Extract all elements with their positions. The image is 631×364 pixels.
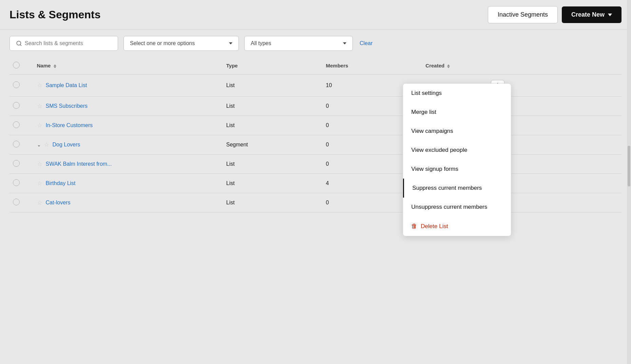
row-actions-cell: [592, 174, 622, 193]
row-name-link[interactable]: Dog Lovers: [53, 142, 80, 148]
row-type-cell: List: [223, 193, 323, 213]
chevron-down-icon: [229, 42, 232, 44]
chevron-down-icon: [343, 42, 346, 44]
header-members: Members: [323, 57, 422, 75]
star-icon[interactable]: ☆: [37, 82, 42, 89]
row-checkbox[interactable]: [13, 102, 20, 109]
table-row: ☆SMS SubscribersList0: [9, 97, 622, 116]
row-name-link[interactable]: SMS Subscribers: [46, 103, 88, 109]
inactive-segments-button[interactable]: Inactive Segments: [488, 6, 558, 23]
row-name-cell: ☆In-Store Customers: [34, 116, 223, 135]
row-name-cell: ⌄☆Dog Lovers: [34, 135, 223, 155]
context-menu-item-merge-list[interactable]: Merge list: [403, 103, 511, 122]
row-type-cell: List: [223, 174, 323, 193]
row-actions-cell: [592, 75, 622, 97]
row-type-cell: List: [223, 97, 323, 116]
row-actions-cell: [592, 155, 622, 174]
row-checkbox-cell: [9, 116, 34, 135]
select-options-dropdown[interactable]: Select one or more options: [123, 36, 239, 51]
table-row: ☆In-Store CustomersList0: [9, 116, 622, 135]
table-row: ☆Birthday ListList4: [9, 174, 622, 193]
row-checkbox-cell: [9, 135, 34, 155]
header-type: Type: [223, 57, 323, 75]
row-type-cell: List: [223, 155, 323, 174]
row-name-link[interactable]: Birthday List: [46, 180, 76, 186]
created-sort-icon[interactable]: [447, 64, 450, 68]
search-box[interactable]: [9, 36, 118, 51]
row-name-link[interactable]: Sample Data List: [46, 82, 87, 88]
row-checkbox-cell: [9, 193, 34, 213]
row-type-cell: Segment: [223, 135, 323, 155]
table-header-row: Name Type Members Created: [9, 57, 622, 75]
search-input[interactable]: [25, 40, 112, 46]
page-header: Lists & Segments Inactive Segments Creat…: [0, 0, 631, 29]
star-icon[interactable]: ☆: [37, 160, 42, 168]
select-all-checkbox[interactable]: [13, 62, 20, 68]
table-row: ☆Cat-loversList0: [9, 193, 622, 213]
lists-segments-table: Name Type Members Created ☆Sample Data L…: [9, 57, 622, 213]
header-checkbox-cell: [9, 57, 34, 75]
header-actions: Inactive Segments Create New: [488, 6, 622, 23]
star-icon[interactable]: ☆: [37, 102, 42, 110]
row-checkbox[interactable]: [13, 121, 20, 128]
row-name-link[interactable]: Cat-lovers: [46, 200, 71, 206]
row-name-link[interactable]: In-Store Customers: [46, 122, 93, 128]
header-name: Name: [34, 57, 223, 75]
row-name-cell: ☆Sample Data List: [34, 75, 223, 97]
context-menu-item-unsuppress-current[interactable]: Unsuppress current members: [403, 198, 511, 217]
header-actions-cell: [592, 57, 622, 75]
clear-filters-link[interactable]: Clear: [360, 40, 372, 46]
row-checkbox[interactable]: [13, 81, 20, 88]
context-menu-item-delete-list[interactable]: 🗑Delete List: [403, 217, 511, 236]
star-icon[interactable]: ☆: [44, 141, 49, 148]
row-type-cell: List: [223, 75, 323, 97]
table-row: ☆SWAK Balm Interest from...List0: [9, 155, 622, 174]
context-menu-item-list-settings[interactable]: List settings: [403, 84, 511, 103]
filter-bar: Select one or more options All types Cle…: [0, 30, 631, 57]
context-menu-item-view-excluded[interactable]: View excluded people: [403, 141, 511, 160]
all-types-dropdown[interactable]: All types: [244, 36, 353, 51]
table-row: ☆Sample Data ListList10Jun 16, 2022, 10:…: [9, 75, 622, 97]
table-row: ⌄☆Dog LoversSegment0: [9, 135, 622, 155]
row-actions-cell: [592, 135, 622, 155]
scrollbar-thumb[interactable]: [628, 146, 630, 186]
row-name-cell: ☆SMS Subscribers: [34, 97, 223, 116]
row-name-link[interactable]: SWAK Balm Interest from...: [46, 161, 112, 167]
create-new-button[interactable]: Create New: [562, 6, 622, 23]
row-checkbox-cell: [9, 75, 34, 97]
chevron-down-icon: [608, 14, 612, 16]
context-menu: List settingsMerge listView campaignsVie…: [403, 83, 511, 236]
row-checkbox-cell: [9, 155, 34, 174]
name-sort-icon[interactable]: [54, 64, 56, 68]
row-name-cell: ☆SWAK Balm Interest from...: [34, 155, 223, 174]
row-actions-cell: [592, 193, 622, 213]
scrollbar-track[interactable]: [627, 0, 631, 364]
table-container: Name Type Members Created ☆Sample Data L…: [0, 57, 631, 213]
row-checkbox[interactable]: [13, 179, 20, 186]
svg-line-1: [20, 44, 21, 45]
row-checkbox-cell: [9, 97, 34, 116]
header-created: Created: [422, 57, 591, 75]
context-menu-item-view-signup[interactable]: View signup forms: [403, 160, 511, 179]
page-title: Lists & Segments: [9, 8, 101, 21]
star-icon[interactable]: ☆: [37, 180, 42, 187]
row-actions-cell: [592, 97, 622, 116]
search-icon: [16, 40, 22, 46]
context-menu-item-view-campaigns[interactable]: View campaigns: [403, 122, 511, 141]
row-name-cell: ☆Birthday List: [34, 174, 223, 193]
row-created-cell: Jun 16, 2022, 10:43 AM⋮List settingsMerg…: [422, 75, 591, 97]
row-checkbox[interactable]: [13, 160, 20, 167]
trash-icon: 🗑: [411, 223, 417, 230]
row-name-cell: ☆Cat-lovers: [34, 193, 223, 213]
star-icon[interactable]: ☆: [37, 122, 42, 129]
star-icon[interactable]: ☆: [37, 199, 42, 206]
row-type-cell: List: [223, 116, 323, 135]
row-checkbox[interactable]: [13, 141, 20, 147]
context-menu-item-suppress-current[interactable]: Suppress current members: [403, 179, 511, 198]
row-checkbox[interactable]: [13, 199, 20, 205]
expand-icon[interactable]: ⌄: [37, 142, 41, 147]
row-checkbox-cell: [9, 174, 34, 193]
row-actions-cell: [592, 116, 622, 135]
